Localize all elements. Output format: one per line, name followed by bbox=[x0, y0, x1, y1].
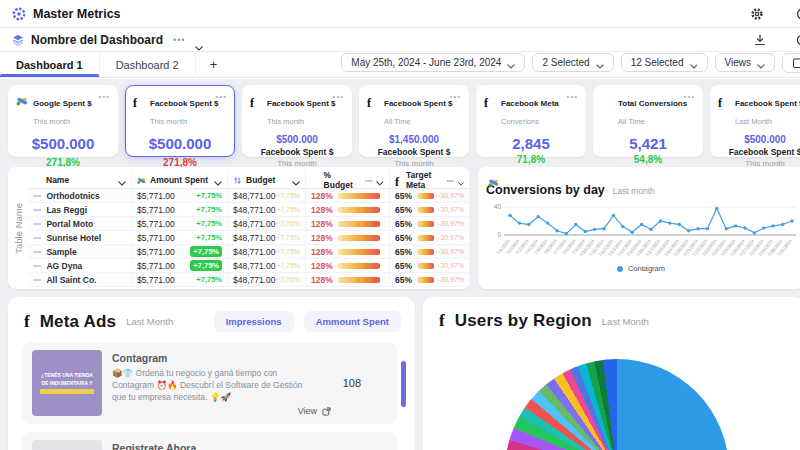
table-row[interactable]: ••• AG Dyna $5,771.00 +7,75% $48,771.00 … bbox=[28, 259, 470, 273]
row-menu-button[interactable]: ••• bbox=[33, 233, 41, 242]
amount-spent-value: $5,771.00 bbox=[137, 275, 175, 285]
dashboard-menu-button[interactable]: ••• bbox=[173, 35, 185, 45]
meta-ads-subtitle: Last Month bbox=[126, 316, 173, 327]
table-column-header: Budget bbox=[228, 170, 306, 190]
no-icon bbox=[311, 176, 320, 185]
column-menu-button[interactable]: ••• bbox=[365, 177, 372, 184]
metric-card[interactable]: f Facebook Meta Converions ••• 2,845 71,… bbox=[476, 85, 586, 157]
row-menu-button[interactable]: ••• bbox=[33, 275, 41, 284]
row-name: Orthodotnics bbox=[46, 191, 99, 201]
card-menu-button[interactable]: ••• bbox=[567, 92, 578, 128]
card-menu-button[interactable]: ••• bbox=[216, 92, 227, 128]
table-column-header: % Budget ••• bbox=[306, 170, 390, 190]
metric-card[interactable]: f Facebook Spent $ This month ••• $500.0… bbox=[125, 85, 235, 157]
facebook-icon: f bbox=[395, 176, 402, 185]
amount-change-badge: +7,75% bbox=[190, 260, 222, 271]
pct-budget-bar bbox=[338, 207, 380, 213]
column-chevron-icon[interactable] bbox=[292, 178, 300, 183]
conversions-line-chart: 4007/1/20247/2/20247/3/20247/4/20247/5/2… bbox=[486, 199, 798, 263]
target-change: -30,97% bbox=[438, 192, 464, 199]
metric-card[interactable]: Google Spent $ This month ••• $500.000 2… bbox=[8, 85, 118, 157]
pct-budget-value: 128% bbox=[311, 219, 333, 229]
target-change: -30,97% bbox=[438, 220, 464, 227]
extra-filter-button[interactable] bbox=[782, 53, 800, 73]
card-title: Facebook Spent $ bbox=[267, 99, 335, 108]
ad-list-item[interactable]: AUTOMATIZÁ TUS TIENDASADMINISTRATIVAS Re… bbox=[22, 432, 397, 450]
table-row[interactable]: ••• Sample $5,771.00 +7,75% $48,771.00 +… bbox=[28, 245, 470, 259]
ad-metric-value: 108 bbox=[343, 377, 387, 389]
row-menu-button[interactable]: ••• bbox=[33, 191, 41, 200]
column-chevron-icon[interactable] bbox=[376, 178, 384, 183]
row-menu-button[interactable]: ••• bbox=[33, 261, 41, 270]
app-title: Master Metrics bbox=[33, 7, 121, 21]
row-name: Sample bbox=[46, 247, 76, 257]
card-stack-value: $1,450.000 bbox=[367, 134, 461, 145]
row-menu-button[interactable]: ••• bbox=[33, 205, 41, 214]
svg-text:0: 0 bbox=[497, 231, 501, 238]
table-row[interactable]: ••• Las Reggi $5,771.00 +7,75% $48,771.0… bbox=[28, 203, 470, 217]
dashboard-bar: Nombre del Dashboard ••• bbox=[0, 28, 800, 52]
tab-dashboard-2[interactable]: Dashboard 2 bbox=[100, 52, 196, 77]
date-range-dropdown[interactable]: May 25th, 2024 - June 23rd, 2024 bbox=[341, 53, 525, 72]
legend-dot bbox=[617, 266, 623, 272]
row-name: Portal Moto bbox=[46, 219, 93, 229]
card-menu-button[interactable]: ••• bbox=[99, 92, 110, 128]
column-chevron-icon[interactable] bbox=[458, 178, 464, 183]
pct-budget-bar bbox=[338, 221, 380, 227]
account-icon[interactable] bbox=[796, 7, 800, 21]
amount-spent-button[interactable]: Ammount Spent bbox=[304, 311, 401, 332]
card-menu-button[interactable]: ••• bbox=[684, 92, 695, 128]
settings-gear-icon[interactable] bbox=[750, 7, 764, 21]
table-panel: Table Name Name Amount Spent Budget % Bu… bbox=[8, 167, 470, 289]
list-scrollbar[interactable] bbox=[401, 361, 406, 407]
amount-spent-value: $5,771.00 bbox=[137, 219, 175, 229]
metric-card[interactable]: f Facebook Spent $ Last Month ••• $500.0… bbox=[710, 85, 800, 157]
google-ads-icon bbox=[488, 174, 499, 185]
budget-change: +7,75% bbox=[276, 276, 300, 283]
share-icon[interactable] bbox=[796, 34, 800, 46]
card-title: Facebook Spent $ bbox=[150, 99, 218, 108]
card-title: Google Spent $ bbox=[33, 99, 92, 108]
card-menu-button[interactable]: ••• bbox=[333, 92, 344, 128]
views-dropdown[interactable]: Views bbox=[715, 53, 776, 72]
ad-list-item[interactable]: ¿TENÉS UNA TIENDADE INDUMENTARIA Y Conta… bbox=[22, 342, 397, 424]
metric-card[interactable]: f Facebook Spent $ This month ••• $500.0… bbox=[242, 85, 352, 157]
add-tab-button[interactable]: + bbox=[196, 52, 232, 77]
metric-card[interactable]: f Facebook Spent $ All Time ••• $1,450.0… bbox=[359, 85, 469, 157]
column-chevron-icon[interactable] bbox=[118, 178, 126, 183]
download-icon[interactable] bbox=[754, 34, 766, 46]
pct-budget-value: 128% bbox=[311, 191, 333, 201]
dashboard-name: Nombre del Dashboard bbox=[31, 33, 163, 47]
pct-budget-value: 128% bbox=[311, 247, 333, 257]
card-title: Facebook Spent $ bbox=[384, 99, 452, 108]
column-chevron-icon[interactable] bbox=[214, 178, 222, 183]
table-column-header: f Target Meta ••• bbox=[390, 170, 470, 190]
card-menu-button[interactable]: ••• bbox=[450, 92, 461, 128]
pct-budget-value: 128% bbox=[311, 275, 333, 285]
column-label: Name bbox=[46, 175, 69, 185]
card-stack-label: Facebook Spent $ bbox=[250, 147, 344, 157]
external-link-icon bbox=[322, 407, 331, 416]
row-menu-button[interactable]: ••• bbox=[33, 247, 41, 256]
column-menu-button[interactable]: ••• bbox=[446, 177, 453, 184]
table-row[interactable]: ••• Orthodotnics $5,771.00 +7,75% $48,77… bbox=[28, 189, 470, 203]
region-title: Users by Region bbox=[455, 311, 592, 331]
row-menu-button[interactable]: ••• bbox=[33, 219, 41, 228]
dashboard-chevron-down-icon[interactable] bbox=[195, 37, 203, 42]
table-row[interactable]: ••• Sunrise Hotel $5,771.00 +7,75% $48,7… bbox=[28, 231, 470, 245]
impressions-button[interactable]: Impressions bbox=[214, 311, 294, 332]
amount-change-badge: +7,75% bbox=[196, 233, 222, 242]
campaigns-value: 12 Selected bbox=[631, 57, 684, 68]
ad-view-link[interactable]: View bbox=[298, 406, 331, 416]
accounts-dropdown[interactable]: 2 Selected bbox=[532, 53, 613, 72]
users-by-region-pie-chart bbox=[505, 359, 729, 450]
tab-dashboard-1[interactable]: Dashboard 1 bbox=[0, 52, 100, 77]
table-row[interactable]: ••• All Saint Co. $5,771.00 +7,75% $48,7… bbox=[28, 273, 470, 287]
region-subtitle: Last Month bbox=[602, 316, 649, 327]
campaigns-dropdown[interactable]: 12 Selected bbox=[621, 53, 708, 72]
metric-card[interactable]: Total Conversions All Time ••• 5,421 54,… bbox=[593, 85, 703, 157]
amount-spent-value: $5,771.00 bbox=[137, 233, 175, 243]
dashboard-tabs: Dashboard 1 Dashboard 2 bbox=[0, 52, 196, 77]
table-row[interactable]: ••• Portal Moto $5,771.00 +7,75% $48,771… bbox=[28, 217, 470, 231]
target-value: 65% bbox=[395, 247, 412, 257]
